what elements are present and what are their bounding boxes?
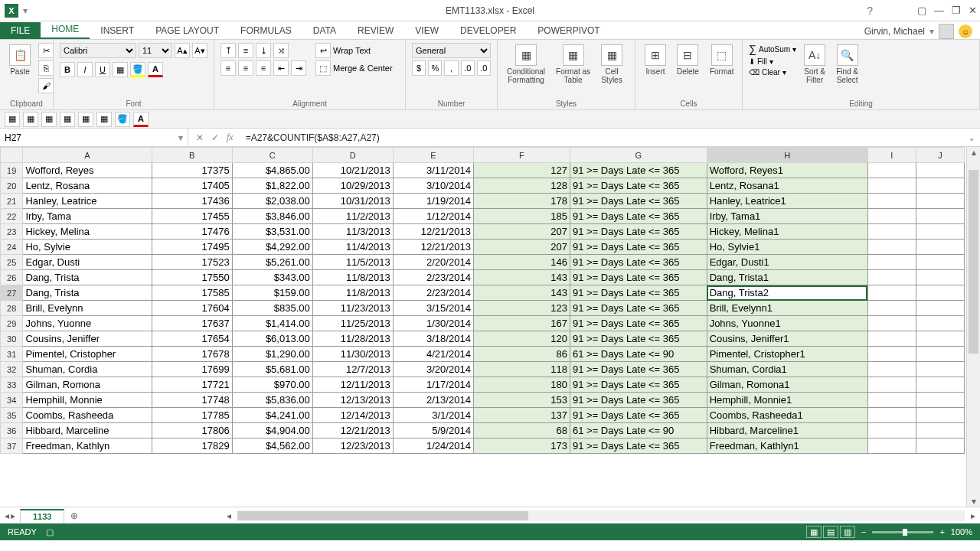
cell-F34[interactable]: 153 xyxy=(473,393,570,408)
font-color-button[interactable]: A xyxy=(148,62,163,77)
cell-E27[interactable]: 2/23/2014 xyxy=(393,285,473,301)
tab-review[interactable]: REVIEW xyxy=(347,22,404,39)
align-bottom-button[interactable]: ⤓ xyxy=(256,43,271,58)
cancel-formula-icon[interactable]: ✕ xyxy=(196,132,204,143)
cell-E30[interactable]: 3/18/2014 xyxy=(393,331,473,347)
borders-button[interactable]: ▦ xyxy=(113,62,128,77)
worksheet-grid[interactable]: ABCDEFGHIJ19Wofford, Reyes17375$4,865.00… xyxy=(0,147,980,507)
fill-button[interactable]: ⬇Fill▾ xyxy=(749,57,796,66)
tab-home[interactable]: HOME xyxy=(41,21,90,39)
percent-button[interactable]: % xyxy=(428,60,442,76)
cut-button[interactable]: ✂ xyxy=(38,43,54,58)
qat-btn-5[interactable]: ▦ xyxy=(78,112,93,127)
cell-J35[interactable] xyxy=(916,408,964,423)
cell-J31[interactable] xyxy=(916,347,964,362)
cell-I21[interactable] xyxy=(867,194,916,209)
cell-B20[interactable]: 17405 xyxy=(152,178,232,194)
cell-H24[interactable]: Ho, Sylvie1 xyxy=(707,240,867,255)
italic-button[interactable]: I xyxy=(77,62,93,77)
cell-J37[interactable] xyxy=(916,439,964,454)
cell-I30[interactable] xyxy=(867,331,916,347)
cell-J34[interactable] xyxy=(916,393,964,408)
cell-E24[interactable]: 12/21/2013 xyxy=(393,240,473,255)
cell-I23[interactable] xyxy=(867,224,916,240)
expand-formula-bar-icon[interactable]: ⌄ xyxy=(963,132,980,143)
cell-G24[interactable]: 91 >= Days Late <= 365 xyxy=(570,240,707,255)
cell-F29[interactable]: 167 xyxy=(473,316,570,331)
decrease-indent-button[interactable]: ⇤ xyxy=(273,60,289,76)
cell-D36[interactable]: 12/21/2013 xyxy=(312,423,393,439)
account-name[interactable]: Girvin, Michael xyxy=(864,26,925,37)
row-header-23[interactable]: 23 xyxy=(1,224,23,240)
row-header-37[interactable]: 37 xyxy=(1,439,23,454)
cell-D32[interactable]: 12/7/2013 xyxy=(312,362,393,377)
cell-C36[interactable]: $4,904.00 xyxy=(232,423,312,439)
cell-B33[interactable]: 17721 xyxy=(152,377,232,393)
cell-G23[interactable]: 91 >= Days Late <= 365 xyxy=(570,224,707,240)
restore-icon[interactable]: ❐ xyxy=(952,5,961,16)
cell-B25[interactable]: 17523 xyxy=(152,255,232,270)
row-header-28[interactable]: 28 xyxy=(1,301,23,316)
col-header-H[interactable]: H xyxy=(707,148,867,163)
cell-H19[interactable]: Wofford, Reyes1 xyxy=(707,163,867,178)
qat-btn-7[interactable]: 🪣 xyxy=(115,112,130,127)
cell-D29[interactable]: 11/25/2013 xyxy=(312,316,393,331)
cell-B21[interactable]: 17436 xyxy=(152,194,232,209)
increase-font-button[interactable]: A▴ xyxy=(175,43,190,58)
decrease-font-button[interactable]: A▾ xyxy=(192,43,207,58)
cell-F33[interactable]: 180 xyxy=(473,377,570,393)
cell-A28[interactable]: Brill, Evelynn xyxy=(23,301,152,316)
row-header-26[interactable]: 26 xyxy=(1,270,23,285)
cell-C26[interactable]: $343.00 xyxy=(232,270,312,285)
cell-I35[interactable] xyxy=(867,408,916,423)
cell-C24[interactable]: $4,292.00 xyxy=(232,240,312,255)
cell-A36[interactable]: Hibbard, Marceline xyxy=(23,423,152,439)
cell-B28[interactable]: 17604 xyxy=(152,301,232,316)
increase-indent-button[interactable]: ⇥ xyxy=(291,60,306,76)
cell-G28[interactable]: 91 >= Days Late <= 365 xyxy=(570,301,707,316)
cell-C25[interactable]: $5,261.00 xyxy=(232,255,312,270)
cell-I37[interactable] xyxy=(867,439,916,454)
row-header-29[interactable]: 29 xyxy=(1,316,23,331)
tab-powerpivot[interactable]: POWERPIVOT xyxy=(527,22,610,39)
cell-H20[interactable]: Lentz, Rosana1 xyxy=(707,178,867,194)
copy-button[interactable]: ⎘ xyxy=(38,60,54,76)
cell-B32[interactable]: 17699 xyxy=(152,362,232,377)
cell-A33[interactable]: Gilman, Romona xyxy=(23,377,152,393)
name-box[interactable]: H27▾ xyxy=(0,129,188,146)
cell-A37[interactable]: Freedman, Kathlyn xyxy=(23,439,152,454)
row-header-34[interactable]: 34 xyxy=(1,393,23,408)
cell-F37[interactable]: 173 xyxy=(473,439,570,454)
cell-E34[interactable]: 2/13/2014 xyxy=(393,393,473,408)
cell-E23[interactable]: 12/21/2013 xyxy=(393,224,473,240)
cell-D22[interactable]: 11/2/2013 xyxy=(312,209,393,224)
cell-F35[interactable]: 137 xyxy=(473,408,570,423)
cell-B27[interactable]: 17585 xyxy=(152,285,232,301)
cell-C27[interactable]: $159.00 xyxy=(232,285,312,301)
cell-B26[interactable]: 17550 xyxy=(152,270,232,285)
cell-B31[interactable]: 17678 xyxy=(152,347,232,362)
cell-G37[interactable]: 91 >= Days Late <= 365 xyxy=(570,439,707,454)
cell-C28[interactable]: $835.00 xyxy=(232,301,312,316)
bold-button[interactable]: B xyxy=(60,62,75,77)
cell-A35[interactable]: Coombs, Rasheeda xyxy=(23,408,152,423)
cell-H29[interactable]: Johns, Yuonne1 xyxy=(707,316,867,331)
cell-styles-button[interactable]: ▦Cell Styles xyxy=(598,43,626,86)
feedback-icon[interactable]: ☺ xyxy=(959,24,972,38)
cell-I28[interactable] xyxy=(867,301,916,316)
cell-A29[interactable]: Johns, Yuonne xyxy=(23,316,152,331)
cell-E20[interactable]: 3/10/2014 xyxy=(393,178,473,194)
fx-icon[interactable]: fx xyxy=(227,132,234,143)
merge-center-button[interactable]: ⬚Merge & Center xyxy=(315,60,393,76)
cell-C23[interactable]: $3,531.00 xyxy=(232,224,312,240)
align-left-button[interactable]: ≡ xyxy=(220,60,236,76)
cell-G34[interactable]: 91 >= Days Late <= 365 xyxy=(570,393,707,408)
cell-H22[interactable]: Irby, Tama1 xyxy=(707,209,867,224)
tab-page-layout[interactable]: PAGE LAYOUT xyxy=(145,22,230,39)
row-header-35[interactable]: 35 xyxy=(1,408,23,423)
cell-J28[interactable] xyxy=(916,301,964,316)
cell-F21[interactable]: 178 xyxy=(473,194,570,209)
cell-A24[interactable]: Ho, Sylvie xyxy=(23,240,152,255)
tab-view[interactable]: VIEW xyxy=(404,22,449,39)
minimize-icon[interactable]: ― xyxy=(934,5,944,16)
